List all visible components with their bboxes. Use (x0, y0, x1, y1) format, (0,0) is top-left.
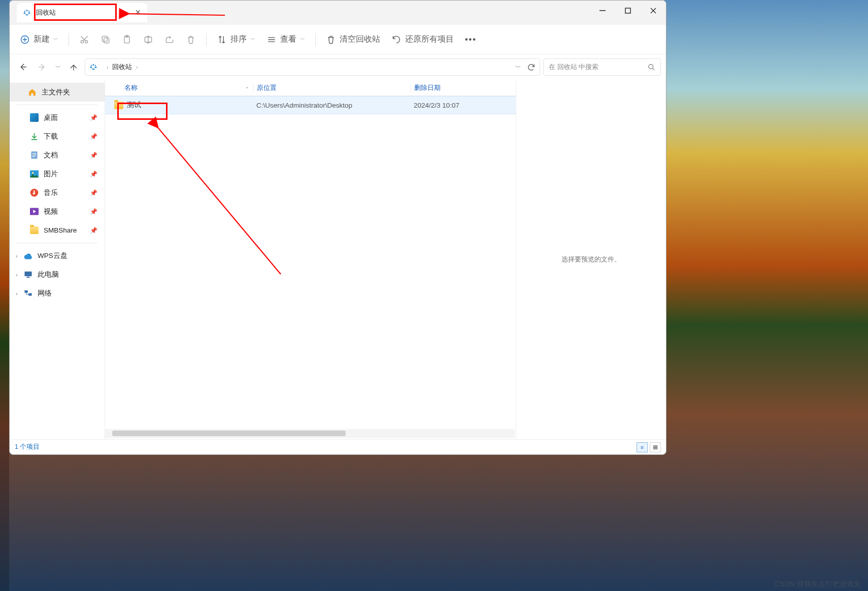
pin-icon: 📌 (90, 114, 97, 121)
tab-close-icon[interactable]: ✕ (135, 8, 141, 16)
sidebar-item-label: 文档 (44, 151, 58, 160)
breadcrumb-root[interactable]: 回收站 (112, 62, 132, 72)
rename-button[interactable] (139, 30, 157, 49)
chevron-down-icon: ﹀ (53, 36, 58, 43)
sidebar-home[interactable]: 主文件夹 (10, 83, 105, 102)
svg-rect-20 (27, 277, 29, 277)
delete-button[interactable] (182, 30, 200, 49)
recent-dropdown[interactable]: ﹀ (53, 59, 62, 75)
sidebar-item-label: SMBShare (44, 226, 77, 234)
empty-recycle-button[interactable]: 清空回收站 (322, 30, 384, 49)
address-bar: ﹀ › 回收站 › ﹀ 在 回收站 中搜索 (10, 54, 666, 80)
svg-rect-0 (599, 10, 606, 11)
plus-circle-icon (20, 35, 30, 45)
sidebar-item-downloads[interactable]: 下载 📌 (10, 127, 105, 146)
share-button[interactable] (160, 30, 179, 49)
more-button[interactable]: ••• (461, 30, 481, 49)
new-button[interactable]: 新建 ﹀ (16, 30, 62, 49)
table-row[interactable]: 测试 C:\Users\Administrator\Desktop 2024/2… (105, 96, 516, 114)
col-name[interactable]: 名称˄ (105, 83, 253, 92)
col-original-location[interactable]: 原位置 (253, 83, 411, 92)
sort-icon (217, 35, 227, 45)
svg-point-10 (649, 64, 653, 69)
refresh-button[interactable] (527, 63, 536, 72)
maximize-button[interactable] (615, 1, 641, 21)
svg-point-16 (32, 172, 34, 174)
sidebar-item-smbshare[interactable]: SMBShare 📌 (10, 221, 105, 240)
chevron-right-icon[interactable]: › (16, 253, 18, 259)
cut-button[interactable] (75, 30, 93, 49)
col-delete-date[interactable]: 删除日期 (411, 83, 516, 92)
search-placeholder: 在 回收站 中搜索 (549, 62, 598, 72)
svg-rect-13 (32, 155, 36, 155)
chevron-down-icon[interactable]: ﹀ (515, 63, 521, 71)
recycle-bin-icon (23, 9, 31, 17)
svg-rect-5 (104, 38, 109, 43)
sidebar-item-music[interactable]: 音乐 📌 (10, 183, 105, 202)
back-button[interactable] (15, 59, 31, 75)
paste-button[interactable] (118, 30, 136, 49)
search-input[interactable]: 在 回收站 中搜索 (543, 58, 661, 76)
sidebar-item-thispc[interactable]: › 此电脑 (10, 265, 105, 284)
pin-icon: 📌 (90, 189, 97, 196)
svg-rect-6 (102, 36, 107, 41)
sidebar-item-wps[interactable]: › WPS云盘 (10, 246, 105, 265)
breadcrumb-bar[interactable]: › 回收站 › ﹀ (85, 58, 540, 76)
view-label: 查看 (280, 34, 296, 45)
chevron-down-icon: ﹀ (55, 63, 61, 71)
close-button[interactable] (641, 1, 666, 21)
svg-rect-21 (26, 277, 30, 278)
clipboard-icon (122, 35, 132, 45)
folder-icon (30, 226, 39, 235)
share-icon (164, 35, 175, 45)
preview-empty-text: 选择要预览的文件。 (561, 255, 621, 264)
toolbar: 新建 ﹀ 排序 ﹀ 查看 ﹀ 清空回收站 还原所有项目 ••• (10, 25, 666, 54)
pictures-icon (30, 170, 39, 178)
view-list-icon (266, 35, 277, 45)
home-icon (28, 88, 37, 96)
svg-rect-12 (32, 153, 36, 154)
scrollbar-thumb[interactable] (112, 431, 346, 436)
sidebar-item-label: 音乐 (44, 188, 58, 198)
download-icon (30, 132, 39, 141)
file-list: 名称˄ 原位置 删除日期 测试 C:\Users\Administrator\D… (105, 80, 516, 439)
pin-icon: 📌 (90, 133, 97, 140)
restore-all-button[interactable]: 还原所有项目 (387, 30, 458, 49)
row-name: 测试 (127, 101, 141, 110)
horizontal-scrollbar[interactable] (105, 429, 515, 438)
view-button[interactable]: 查看 ﹀ (262, 30, 309, 49)
sort-indicator-icon: ˄ (246, 86, 248, 92)
sidebar-item-documents[interactable]: 文档 📌 (10, 146, 105, 165)
sidebar-item-videos[interactable]: 视频 📌 (10, 202, 105, 221)
chevron-right-icon[interactable]: › (16, 290, 18, 297)
up-button[interactable] (65, 59, 82, 75)
network-icon (24, 289, 32, 298)
window-tab[interactable]: 回收站 ✕ (17, 3, 147, 22)
sidebar: 主文件夹 桌面 📌 下载 📌 文档 📌 图片 📌 (10, 80, 105, 439)
row-delete-date: 2024/2/3 10:07 (411, 102, 516, 109)
explorer-window: 回收站 ✕ 新建 ﹀ 排序 ﹀ 查看 ﹀ (9, 0, 666, 455)
sidebar-home-label: 主文件夹 (42, 88, 70, 97)
separator (17, 243, 97, 243)
sidebar-item-network[interactable]: › 网络 (10, 284, 105, 303)
window-controls (590, 1, 666, 21)
folder-icon (114, 102, 123, 109)
chevron-right-icon[interactable]: › (16, 272, 18, 278)
ellipsis-icon: ••• (465, 35, 477, 44)
chevron-right-icon: › (136, 64, 138, 70)
desktop-icon (30, 113, 39, 122)
search-icon (648, 63, 655, 71)
sort-button[interactable]: 排序 ﹀ (213, 30, 259, 49)
view-icons-button[interactable]: ▦ (650, 442, 661, 452)
sidebar-item-pictures[interactable]: 图片 📌 (10, 165, 105, 183)
view-details-button[interactable]: ≡ (637, 442, 648, 452)
minimize-button[interactable] (590, 1, 615, 21)
forward-button[interactable] (34, 59, 50, 75)
empty-space[interactable] (105, 114, 516, 429)
sidebar-item-label: WPS云盘 (38, 251, 68, 260)
copy-button[interactable] (96, 30, 115, 49)
column-headers: 名称˄ 原位置 删除日期 (105, 80, 516, 96)
sidebar-item-label: 桌面 (44, 113, 58, 122)
sidebar-item-desktop[interactable]: 桌面 📌 (10, 108, 105, 127)
chevron-right-icon: › (107, 64, 108, 70)
